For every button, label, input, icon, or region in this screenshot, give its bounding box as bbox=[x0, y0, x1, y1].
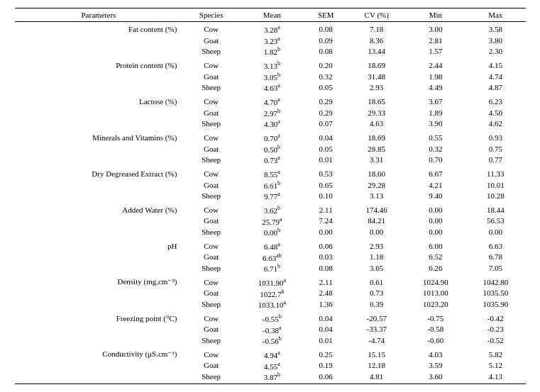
col-header-species: Species bbox=[182, 9, 240, 22]
species-cell: Cow bbox=[182, 275, 240, 288]
species-cell: Sheep bbox=[182, 335, 240, 347]
cv-cell: 2.93 bbox=[348, 82, 406, 94]
max-cell: 4.15 bbox=[465, 58, 525, 71]
table-row: Sheep1033.10a1.360.391023.201035.90 bbox=[15, 298, 526, 311]
cv-cell: 8.36 bbox=[348, 35, 406, 46]
species-cell: Sheep bbox=[182, 298, 240, 311]
mean-cell: 4.55a bbox=[240, 360, 304, 371]
sem-cell: 0.03 bbox=[304, 252, 348, 263]
mean-cell: -0.56b bbox=[240, 335, 304, 347]
species-cell: Cow bbox=[182, 58, 240, 71]
max-cell: 4.74 bbox=[465, 71, 525, 82]
table-row: Density (mg.cm⁻³)Cow1031.90a2.110.611024… bbox=[15, 275, 526, 288]
species-cell: Goat bbox=[182, 143, 240, 155]
cv-cell: 0.73 bbox=[348, 288, 406, 299]
param-cell bbox=[15, 82, 183, 94]
min-cell: 4.49 bbox=[406, 82, 465, 94]
param-cell: Freezing point (°C) bbox=[15, 311, 183, 324]
sem-cell: 0.04 bbox=[304, 130, 348, 143]
cv-cell: 13.44 bbox=[348, 45, 406, 58]
param-cell bbox=[15, 179, 183, 191]
param-cell bbox=[15, 143, 183, 155]
table-row: Goat0.50b0.0528.850.320.75 bbox=[15, 143, 526, 155]
mean-cell: 0.50b bbox=[240, 143, 304, 155]
param-cell: pH bbox=[15, 239, 183, 252]
mean-cell: 0.70a bbox=[240, 130, 304, 143]
table-row: Goat-0.38a0.04-33.37-0.58-0.23 bbox=[15, 324, 526, 335]
param-cell: Density (mg.cm⁻³) bbox=[15, 275, 183, 288]
sem-cell: 0.08 bbox=[304, 262, 348, 275]
cv-cell: 12.18 bbox=[348, 360, 406, 371]
mean-cell: 4.30a bbox=[240, 118, 304, 130]
param-cell bbox=[15, 360, 183, 371]
min-cell: 0.00 bbox=[406, 215, 465, 227]
species-cell: Cow bbox=[182, 22, 240, 35]
sem-cell: 0.65 bbox=[304, 179, 348, 191]
species-cell: Sheep bbox=[182, 45, 240, 58]
param-cell bbox=[15, 288, 183, 299]
cv-cell: -33.37 bbox=[348, 324, 406, 335]
mean-cell: 6.48a bbox=[240, 239, 304, 252]
species-cell: Goat bbox=[182, 215, 240, 227]
min-cell: 1024.90 bbox=[406, 275, 465, 288]
table-row: Freezing point (°C)Cow-0.55b0.04-20.57-0… bbox=[15, 311, 526, 324]
species-cell: Goat bbox=[182, 35, 240, 46]
sem-cell: 0.20 bbox=[304, 58, 348, 71]
min-cell: 6.67 bbox=[406, 167, 465, 179]
min-cell: 0.70 bbox=[406, 154, 465, 167]
table-row: Lactose (%)Cow4.70a0.2918.653.676.23 bbox=[15, 94, 526, 107]
min-cell: 3.00 bbox=[406, 22, 465, 35]
species-cell: Cow bbox=[182, 311, 240, 324]
cv-cell: -4.74 bbox=[348, 335, 406, 347]
cv-cell: 84.21 bbox=[348, 215, 406, 227]
mean-cell: 4.63a bbox=[240, 82, 304, 94]
param-cell bbox=[15, 45, 183, 58]
max-cell: -0.42 bbox=[465, 311, 525, 324]
mean-cell: -0.55b bbox=[240, 311, 304, 324]
table-row: Sheep4.63a0.052.934.494.87 bbox=[15, 82, 526, 94]
species-cell: Sheep bbox=[182, 82, 240, 94]
max-cell: 4.87 bbox=[465, 82, 525, 94]
min-cell: -0.60 bbox=[406, 335, 465, 347]
cv-cell: 18.69 bbox=[348, 58, 406, 71]
sem-cell: 0.29 bbox=[304, 107, 348, 118]
param-cell: Protein content (%) bbox=[15, 58, 183, 71]
min-cell: 0.55 bbox=[406, 130, 465, 143]
species-cell: Sheep bbox=[182, 371, 240, 383]
sem-cell: 2.11 bbox=[304, 203, 348, 215]
max-cell: 5.82 bbox=[465, 347, 525, 360]
table-row: Sheep0.00b0.000.000.000.00 bbox=[15, 226, 526, 239]
table-row: Goat6.63ab0.031.186.526.78 bbox=[15, 252, 526, 263]
table-row: Sheep4.30a0.074.633.904.62 bbox=[15, 118, 526, 130]
table-row: Sheep9.77a0.103.139.4010.28 bbox=[15, 190, 526, 203]
col-header-mean: Mean bbox=[240, 9, 304, 22]
min-cell: 3.59 bbox=[406, 360, 465, 371]
max-cell: 6.78 bbox=[465, 252, 525, 263]
min-cell: -0.58 bbox=[406, 324, 465, 335]
min-cell: 0.32 bbox=[406, 143, 465, 155]
sem-cell: 0.07 bbox=[304, 118, 348, 130]
mean-cell: 6.71b bbox=[240, 262, 304, 275]
min-cell: 0.00 bbox=[406, 203, 465, 215]
table-row: Sheep-0.56b0.01-4.74-0.60-0.52 bbox=[15, 335, 526, 347]
cv-cell: 0.00 bbox=[348, 226, 406, 239]
param-cell bbox=[15, 215, 183, 227]
min-cell: 1013.00 bbox=[406, 288, 465, 299]
min-cell: 3.60 bbox=[406, 371, 465, 383]
param-cell: Minerals and Vitamins (%) bbox=[15, 130, 183, 143]
species-cell: Goat bbox=[182, 288, 240, 299]
sem-cell: 0.05 bbox=[304, 143, 348, 155]
cv-cell: 3.13 bbox=[348, 190, 406, 203]
cv-cell: -20.57 bbox=[348, 311, 406, 324]
max-cell: 7.05 bbox=[465, 262, 525, 275]
sem-cell: 0.29 bbox=[304, 94, 348, 107]
cv-cell: 3.31 bbox=[348, 154, 406, 167]
max-cell: 6.63 bbox=[465, 239, 525, 252]
sem-cell: 0.06 bbox=[304, 371, 348, 383]
species-cell: Cow bbox=[182, 347, 240, 360]
sem-cell: 0.19 bbox=[304, 360, 348, 371]
sem-cell: 0.01 bbox=[304, 154, 348, 167]
max-cell: 1035.90 bbox=[465, 298, 525, 311]
max-cell: 10.28 bbox=[465, 190, 525, 203]
cv-cell: 174.46 bbox=[348, 203, 406, 215]
